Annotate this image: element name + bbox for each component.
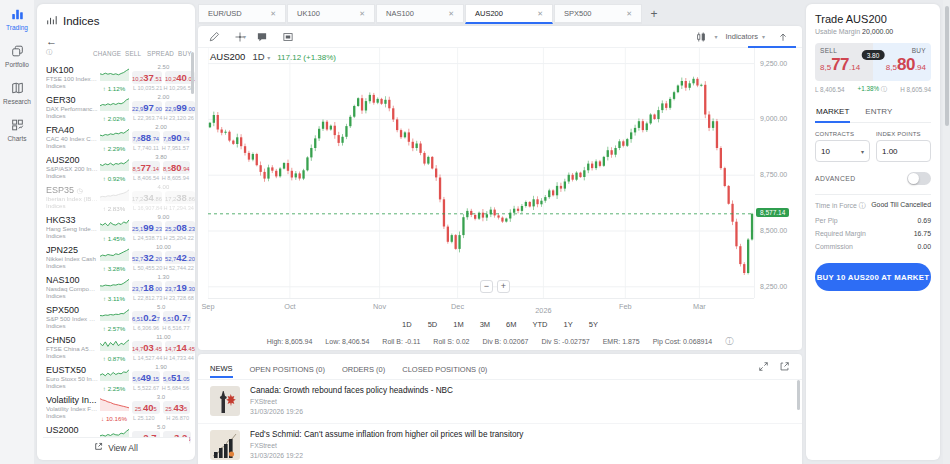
back-arrow-button[interactable]: ← [37, 32, 195, 48]
close-icon[interactable]: ✕ [537, 10, 543, 18]
nav-item-charts[interactable]: Charts [0, 111, 34, 148]
range-button-1y[interactable]: 1Y [564, 320, 573, 329]
indicators-caret-icon[interactable]: ▾ [762, 33, 765, 40]
candlestick-chart[interactable] [208, 48, 754, 298]
bottom-tab-open[interactable]: OPEN POSITIONS (0) [250, 365, 325, 377]
info-icon[interactable]: ⓘ [725, 336, 733, 347]
news-item[interactable]: Canada: Growth rebound faces policy head… [198, 380, 802, 424]
tab-market[interactable]: MARKET [815, 103, 850, 123]
contracts-select[interactable]: 10▾ [815, 140, 870, 162]
range-button-5d[interactable]: 5D [428, 320, 438, 329]
price-pill[interactable]: 7,888.74 [132, 131, 160, 144]
draw-pencil-icon[interactable] [208, 29, 223, 44]
crosshair-caret-icon[interactable]: ▾ [243, 33, 246, 40]
indicators-button[interactable]: Indicators [725, 32, 758, 41]
range-button-1m[interactable]: 1M [453, 320, 463, 329]
price-pill[interactable]: 23,719.30 [165, 281, 195, 294]
instrument-tab-spx500[interactable]: SPX500✕ [554, 4, 642, 24]
price-pill[interactable]: 25.405 [132, 401, 160, 414]
price-pill[interactable]: 14,714.45 [165, 341, 195, 354]
snapshot-icon[interactable] [282, 29, 297, 44]
price-pill[interactable]: 23,718.00 [132, 281, 162, 294]
info-icon[interactable]: ⓘ [859, 202, 866, 209]
advanced-toggle[interactable] [907, 172, 931, 185]
instrument-tab-eurusd[interactable]: EUR/USD✕ [198, 4, 286, 24]
timeframe-selector[interactable]: 1D ▾ [252, 51, 270, 62]
crosshair-icon[interactable] [234, 29, 249, 44]
chart-type-caret-icon[interactable]: ▾ [714, 33, 717, 40]
watchlist-row-aus200[interactable]: AUS200S&P/ASX 200 Ind...Indices↑ 0.92%3.… [37, 152, 195, 182]
close-icon[interactable]: ✕ [270, 10, 276, 18]
watchlist-scrollbar[interactable] [191, 52, 194, 94]
page-scrollbar[interactable] [943, 0, 950, 464]
price-pill[interactable]: 25,208.23 [165, 221, 195, 234]
watchlist-row-volatilityin[interactable]: Volatility In...Volatility Index Fu...In… [37, 392, 195, 422]
price-pill[interactable]: 10,237.51 [132, 71, 162, 84]
comment-icon[interactable] [256, 29, 271, 44]
nav-item-trading[interactable]: Trading [0, 0, 34, 37]
watchlist-row-esp35[interactable]: ESP35 ◷Iberian Index (IBE...Indices↑ 2.8… [37, 182, 195, 212]
range-button-5y[interactable]: 5Y [589, 320, 598, 329]
price-pill[interactable]: 22,999.00 [165, 101, 195, 114]
bottom-tab-news[interactable]: NEWS [210, 364, 233, 378]
bottom-tab-closed[interactable]: CLOSED POSITIONS (0) [402, 365, 487, 377]
index-points-input[interactable]: 1.00 [876, 140, 931, 162]
price-axis[interactable]: 8,250.008,500.008,750.009,000.009,250.00… [754, 48, 802, 298]
bottom-tab-orders[interactable]: ORDERS (0) [342, 365, 385, 377]
watchlist-row-ger30[interactable]: GER30DAX Performanc...Indices↑ 2.02%2.00… [37, 92, 195, 122]
price-pill[interactable]: 7,890.74 [163, 131, 191, 144]
zoom-in-button[interactable]: + [497, 280, 510, 293]
price-pill[interactable]: 6,510.77 [163, 311, 191, 324]
price-pill[interactable]: 22,997.00 [132, 101, 162, 114]
zoom-out-button[interactable]: − [480, 280, 493, 293]
nav-item-research[interactable]: Research [0, 74, 34, 111]
price-pill[interactable]: 5,651.05 [163, 371, 191, 384]
price-pill[interactable]: 6,510.27 [132, 311, 160, 324]
news-item[interactable]: Fed's Schmid: Can't assume inflation fro… [198, 424, 802, 464]
watchlist-row-fra40[interactable]: FRA40CAC 40 Index CashIndices↑ 2.29%2.00… [37, 122, 195, 152]
price-pill[interactable]: 8,577.14 [132, 161, 160, 174]
price-pill[interactable]: 17,234.86 [132, 191, 162, 204]
watchlist-row-chn50[interactable]: CHN50FTSE China A50 I...Indices↑ 0.87%11… [37, 332, 195, 362]
price-pill[interactable]: 5,649.15 [132, 371, 160, 384]
news-scrollbar[interactable] [797, 380, 800, 410]
price-pill[interactable]: 52,742.20 [165, 251, 195, 264]
watchlist-row-jpn225[interactable]: JPN225Nikkei Index CashIndices↑ 3.28%10.… [37, 242, 195, 272]
chart-type-icon[interactable] [695, 29, 710, 44]
watchlist-row-eustx50[interactable]: EUSTX50Euro Stoxx 50 Ind...Indices↑ 2.25… [37, 362, 195, 392]
watchlist-row-spx500[interactable]: SPX500S&P 500 Index C...Indices↑ 2.57%5.… [37, 302, 195, 332]
buy-at-market-button[interactable]: BUY 10 AUS200 AT MARKET [815, 263, 931, 291]
close-icon[interactable]: ✕ [626, 10, 632, 18]
buy-button[interactable]: BUY 8,580.94 [873, 43, 931, 81]
price-pill[interactable]: 25,199.23 [132, 221, 162, 234]
instrument-tab-aus200[interactable]: AUS200✕ [465, 4, 553, 24]
add-tab-button[interactable]: + [643, 4, 665, 24]
range-button-6m[interactable]: 6M [506, 320, 516, 329]
news-source: FXStreet [250, 397, 790, 407]
range-button-3m[interactable]: 3M [480, 320, 490, 329]
instrument-tab-uk100[interactable]: UK100✕ [287, 4, 375, 24]
price-pill[interactable]: 25.435 [163, 401, 191, 414]
price-pill[interactable]: 17,238.86 [165, 191, 195, 204]
range-button-1d[interactable]: 1D [402, 320, 412, 329]
instrument-category: Indices [46, 82, 98, 89]
resize-panel-icon[interactable] [758, 361, 769, 374]
price-pill[interactable]: 14,703.45 [132, 341, 162, 354]
spread-value: 1.30 [132, 274, 195, 281]
sell-button[interactable]: SELL 8,577.14 [815, 43, 873, 81]
price-pill[interactable]: 8,580.94 [163, 161, 191, 174]
range-button-ytd[interactable]: YTD [533, 320, 548, 329]
close-icon[interactable]: ✕ [448, 10, 454, 18]
price-pill[interactable]: 52,732.20 [132, 251, 162, 264]
popout-panel-icon[interactable] [779, 361, 790, 374]
tab-entry[interactable]: ENTRY [864, 103, 893, 122]
instrument-tab-nas100[interactable]: NAS100✕ [376, 4, 464, 24]
watchlist-row-nas100[interactable]: NAS100Nasdaq Composi...Indices↑ 3.11%1.3… [37, 272, 195, 302]
watchlist-row-uk100[interactable]: UK100FTSE 100 Index C...Indices↑ 1.12%2.… [37, 62, 195, 92]
close-icon[interactable]: ✕ [359, 10, 365, 18]
view-all-button[interactable]: View All [43, 437, 189, 457]
watchlist-row-hkg33[interactable]: HKG33Hang Seng Index ...Indices↑ 1.45%9.… [37, 212, 195, 242]
nav-item-portfolio[interactable]: Portfolio [0, 37, 34, 74]
publish-arrow-icon[interactable] [777, 29, 792, 44]
time-axis[interactable]: SepOctNovDec2026FebMar [208, 298, 754, 314]
